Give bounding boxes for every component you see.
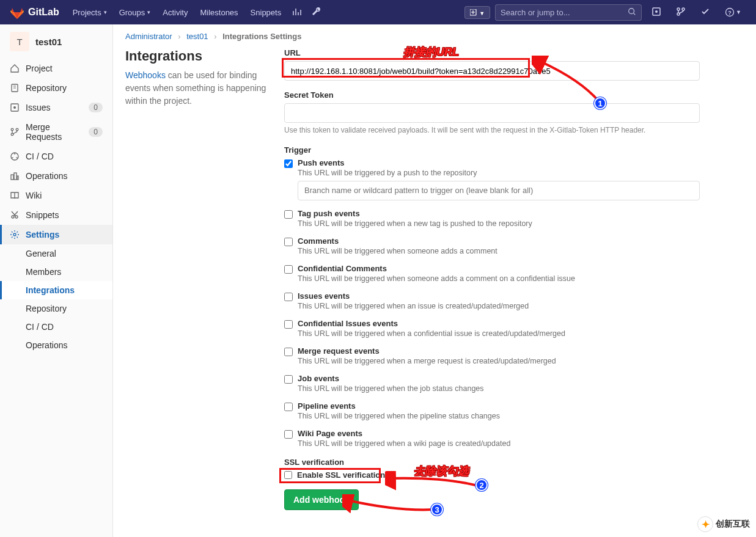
trigger-wiki-page-events: Wiki Page eventsThis URL will be trigger… xyxy=(284,429,700,448)
sidebar-item-merge-requests[interactable]: Merge Requests0 xyxy=(0,117,112,147)
help-icon[interactable]: ?▼ xyxy=(720,7,746,17)
breadcrumb-current: Integrations Settings xyxy=(222,32,301,41)
trigger-confidential-issues-events: Confidential Issues eventsThis URL will … xyxy=(284,319,700,338)
topnav-activity[interactable]: Activity xyxy=(156,8,194,17)
graph-icon[interactable] xyxy=(287,7,307,18)
webhooks-link[interactable]: Webhooks xyxy=(125,70,166,80)
sidebar-label: Merge Requests xyxy=(26,122,83,142)
trigger-title: Comments xyxy=(298,236,700,246)
sidebar-item-settings[interactable]: Settings xyxy=(0,225,112,244)
sidebar-item-repository[interactable]: Repository xyxy=(0,78,112,98)
sidebar-item-wiki[interactable]: Wiki xyxy=(0,186,112,205)
topbar: GitLab Projects ▾Groups ▾ActivityMilesto… xyxy=(0,0,756,24)
trigger-desc: This URL will be triggered when an issue… xyxy=(298,302,700,310)
trigger-checkbox[interactable] xyxy=(284,348,293,356)
sidebar-item-issues[interactable]: Issues0 xyxy=(0,98,112,117)
trigger-checkbox[interactable] xyxy=(284,375,293,384)
trigger-desc: This URL will be triggered when someone … xyxy=(298,247,700,255)
sidebar-label: Project xyxy=(26,64,53,73)
merge-icon[interactable] xyxy=(671,7,691,18)
add-webhook-button[interactable]: Add webhook xyxy=(284,489,359,510)
trigger-title: Job events xyxy=(298,374,700,383)
trigger-desc: This URL will be triggered when the pipe… xyxy=(298,412,700,420)
breadcrumb: Administrator › test01 › Integrations Se… xyxy=(113,24,756,48)
search-input[interactable] xyxy=(501,8,628,17)
trigger-title: Pipeline events xyxy=(298,401,700,411)
svg-point-18 xyxy=(12,216,14,218)
secret-help: Use this token to validate received payl… xyxy=(284,125,700,136)
trigger-desc: This URL will be triggered when a confid… xyxy=(298,329,700,338)
breadcrumb-project[interactable]: test01 xyxy=(186,32,208,41)
trigger-comments: CommentsThis URL will be triggered when … xyxy=(284,236,700,255)
trigger-title: Issues events xyxy=(298,291,700,301)
page-title: Integrations xyxy=(125,48,272,64)
sidebar-sub-ci-cd[interactable]: CI / CD xyxy=(0,318,112,336)
sidebar-label: CI / CD xyxy=(26,152,54,161)
repo-icon xyxy=(10,83,20,93)
url-group: URL xyxy=(284,48,700,81)
ssl-group: SSL verification Enable SSL verification xyxy=(284,458,700,480)
sidebar-sub-general[interactable]: General xyxy=(0,244,112,263)
trigger-checkbox[interactable] xyxy=(284,238,293,246)
topnav: Projects ▾Groups ▾ActivityMilestonesSnip… xyxy=(67,8,288,17)
url-input[interactable] xyxy=(284,61,700,81)
topnav-milestones[interactable]: Milestones xyxy=(194,8,244,17)
brand: GitLab xyxy=(28,7,59,18)
trigger-title: Confidential Issues events xyxy=(298,319,700,328)
breadcrumb-root[interactable]: Administrator xyxy=(125,32,172,41)
trigger-push-events: Push eventsThis URL will be triggered by… xyxy=(284,158,700,200)
trigger-title: Wiki Page events xyxy=(298,429,700,438)
sidebar-label: Settings xyxy=(26,230,59,239)
page-desc: Webhooks can be used for binding events … xyxy=(125,69,272,108)
trigger-checkbox[interactable] xyxy=(284,320,293,329)
trigger-desc: This URL will be triggered when a new ta… xyxy=(298,219,700,228)
issues-icon[interactable] xyxy=(647,7,666,18)
svg-point-11 xyxy=(13,106,16,109)
new-button[interactable]: ▼ xyxy=(464,6,491,19)
topnav-projects[interactable]: Projects ▾ xyxy=(67,8,113,17)
trigger-checkbox[interactable] xyxy=(284,403,293,411)
ssl-check-label: Enable SSL verification xyxy=(297,470,385,480)
branch-filter-input[interactable] xyxy=(298,181,700,200)
url-label: URL xyxy=(284,48,700,57)
sidebar-item-snippets[interactable]: Snippets xyxy=(0,205,112,225)
trigger-group: Trigger Push eventsThis URL will be trig… xyxy=(284,145,700,448)
secret-input[interactable] xyxy=(284,103,700,123)
sidebar-item-ci-cd[interactable]: CI / CD xyxy=(0,147,112,166)
svg-point-13 xyxy=(11,133,13,136)
topnav-snippets[interactable]: Snippets xyxy=(244,8,288,17)
search-box[interactable] xyxy=(495,4,642,21)
wrench-icon[interactable] xyxy=(307,7,326,18)
search-icon xyxy=(628,7,636,18)
settings-icon xyxy=(10,230,20,239)
ssl-checkbox[interactable] xyxy=(284,471,292,479)
trigger-title: Push events xyxy=(298,158,700,167)
sidebar-item-operations[interactable]: Operations xyxy=(0,166,112,186)
trigger-checkbox[interactable] xyxy=(284,293,293,301)
trigger-checkbox[interactable] xyxy=(284,265,293,274)
trigger-title: Tag push events xyxy=(298,209,700,218)
trigger-checkbox[interactable] xyxy=(284,430,293,439)
sidebar-item-project[interactable]: Project xyxy=(0,59,112,78)
trigger-desc: This URL will be triggered when a merge … xyxy=(298,357,700,365)
trigger-checkbox[interactable] xyxy=(284,159,293,168)
logo[interactable]: GitLab xyxy=(10,5,59,20)
badge-3: 3 xyxy=(431,503,443,516)
project-header[interactable]: T test01 xyxy=(0,24,112,59)
topnav-groups[interactable]: Groups ▾ xyxy=(113,8,157,17)
gitlab-icon xyxy=(10,5,24,20)
trigger-desc: This URL will be triggered when a wiki p… xyxy=(298,439,700,448)
secret-group: Secret Token Use this token to validate … xyxy=(284,90,700,136)
svg-point-4 xyxy=(677,8,680,10)
svg-text:?: ? xyxy=(728,10,732,16)
trigger-checkbox[interactable] xyxy=(284,210,293,219)
svg-rect-15 xyxy=(11,175,13,180)
svg-point-19 xyxy=(15,216,18,218)
todo-icon[interactable] xyxy=(695,7,715,18)
sidebar-sub-operations[interactable]: Operations xyxy=(0,336,112,354)
sidebar-sub-members[interactable]: Members xyxy=(0,263,112,281)
svg-point-1 xyxy=(629,8,634,13)
sidebar-sub-repository[interactable]: Repository xyxy=(0,299,112,318)
trigger-tag-push-events: Tag push eventsThis URL will be triggere… xyxy=(284,209,700,228)
sidebar-sub-integrations[interactable]: Integrations xyxy=(0,281,112,299)
